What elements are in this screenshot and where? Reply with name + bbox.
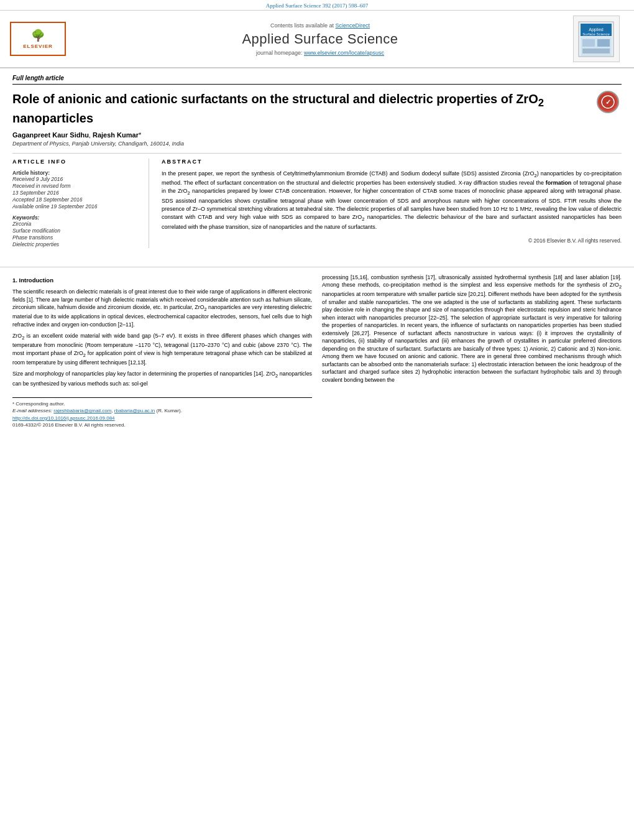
history-accepted: Accepted 18 September 2016 (12, 196, 141, 203)
email-link-2[interactable]: rbabaria@pu.ac.in (114, 408, 155, 413)
abstract-column: ABSTRACT In the present paper, we report… (162, 159, 622, 248)
history-revised-label: Received in revised form (12, 183, 141, 189)
keyword-1: Zirconia (12, 221, 141, 227)
svg-rect-5 (582, 39, 595, 47)
article-content: Full length article Role of anionic and … (0, 68, 634, 261)
footnote-email: E-mail addresses: rajeshbabaria@gmail.co… (12, 407, 312, 414)
journal-title-center: Contents lists available at ScienceDirec… (72, 22, 568, 56)
keywords-label: Keywords: (12, 215, 141, 221)
elsevier-brand-text: ELSEVIER (23, 44, 53, 49)
journal-main-title: Applied Surface Science (72, 31, 568, 47)
homepage-label: journal homepage: (256, 50, 303, 56)
history-online: Available online 19 September 2016 (12, 203, 141, 210)
body-right-col: processing [15,16], combustion synthesis… (322, 274, 622, 429)
homepage-link[interactable]: www.elsevier.com/locate/apsusc (304, 50, 384, 56)
history-received: Received 9 July 2016 (12, 176, 141, 182)
article-title-text: Role of anionic and cationic surfactants… (12, 91, 590, 126)
elsevier-logo: 🌳 ELSEVIER (10, 22, 72, 56)
sciencedirect-link[interactable]: ScienceDirect (336, 22, 370, 29)
article-title-section: Role of anionic and cationic surfactants… (12, 91, 622, 126)
main-divider (0, 267, 634, 267)
journal-logo-right: Applied Surface Science (568, 16, 624, 62)
svg-text:Surface Science: Surface Science (582, 32, 610, 36)
affiliation: Department of Physics, Panjab University… (12, 141, 622, 147)
crossmark-badge[interactable]: ✓ (597, 91, 622, 113)
copyright-line: © 2016 Elsevier B.V. All rights reserved… (162, 235, 622, 244)
intro-para-2: ZrO2 is an excellent oxide material with… (12, 332, 312, 366)
keyword-2: Surface modification (12, 228, 141, 234)
journal-logo-image: Applied Surface Science (573, 16, 620, 62)
keyword-4: Dielectric properties (12, 241, 141, 247)
journal-top-bar: Applied Surface Science 392 (2017) 598–6… (0, 0, 634, 11)
body-two-col: 1. Introduction The scientific research … (0, 274, 634, 429)
abstract-text: In the present paper, we report the synt… (162, 170, 622, 231)
corresponding-author-marker: * (139, 131, 141, 139)
homepage-line: journal homepage: www.elsevier.com/locat… (72, 50, 568, 56)
svg-rect-6 (597, 39, 610, 47)
authors: Gaganpreet Kaur Sidhu, Rajesh Kumar* (12, 131, 622, 139)
keywords-section: Keywords: Zirconia Surface modification … (12, 215, 141, 247)
author-1: Gaganpreet Kaur Sidhu (12, 131, 89, 139)
keyword-3: Phase transitions (12, 234, 141, 241)
footnote-doi: http://dx.doi.org/10.1016/j.apsusc.2016.… (12, 415, 312, 422)
history-revised-date: 13 September 2016 (12, 190, 141, 196)
intro-para-1: The scientific research on dielectric ma… (12, 288, 312, 328)
contents-label: Contents lists available at (270, 22, 334, 29)
elsevier-logo-box: 🌳 ELSEVIER (10, 22, 66, 56)
footnote-area: * Corresponding author. E-mail addresses… (12, 397, 312, 428)
email-link-1[interactable]: rajeshbabaria@gmail.com (53, 408, 111, 413)
footnote-email-label: E-mail addresses: (12, 408, 52, 413)
history-label: Article history: (12, 170, 141, 176)
crossmark-icon: ✓ (597, 91, 619, 113)
intro-para-3: Size and morphology of nanoparticles pla… (12, 370, 312, 387)
article-meta-section: ARTICLE INFO Article history: Received 9… (12, 153, 622, 248)
body-left-col: 1. Introduction The scientific research … (12, 274, 312, 429)
article-type: Full length article (12, 75, 622, 85)
footnote-issn: 0169-4332/© 2016 Elsevier B.V. All right… (12, 422, 312, 428)
doi-link[interactable]: http://dx.doi.org/10.1016/j.apsusc.2016.… (12, 415, 115, 421)
contents-available-line: Contents lists available at ScienceDirec… (72, 22, 568, 29)
svg-text:Applied: Applied (589, 27, 603, 32)
svg-rect-7 (582, 48, 610, 53)
article-info-column: ARTICLE INFO Article history: Received 9… (12, 159, 149, 248)
svg-text:✓: ✓ (605, 98, 611, 106)
author-initials: (R. Kumar). (157, 408, 182, 413)
intro-para-col2-1: processing [15,16], combustion synthesis… (322, 274, 622, 384)
abstract-heading: ABSTRACT (162, 159, 622, 165)
footnote-corresponding: * Corresponding author. (12, 400, 312, 407)
journal-citation: Applied Surface Science 392 (2017) 598–6… (266, 2, 369, 9)
intro-heading: 1. Introduction (12, 276, 312, 284)
article-title: Role of anionic and cationic surfactants… (12, 91, 590, 126)
author-2: Rajesh Kumar (93, 131, 139, 139)
elsevier-tree-icon: 🌳 (31, 29, 45, 42)
journal-header: 🌳 ELSEVIER Contents lists available at S… (0, 11, 634, 68)
article-info-heading: ARTICLE INFO (12, 159, 141, 165)
article-history: Article history: Received 9 July 2016 Re… (12, 170, 141, 210)
